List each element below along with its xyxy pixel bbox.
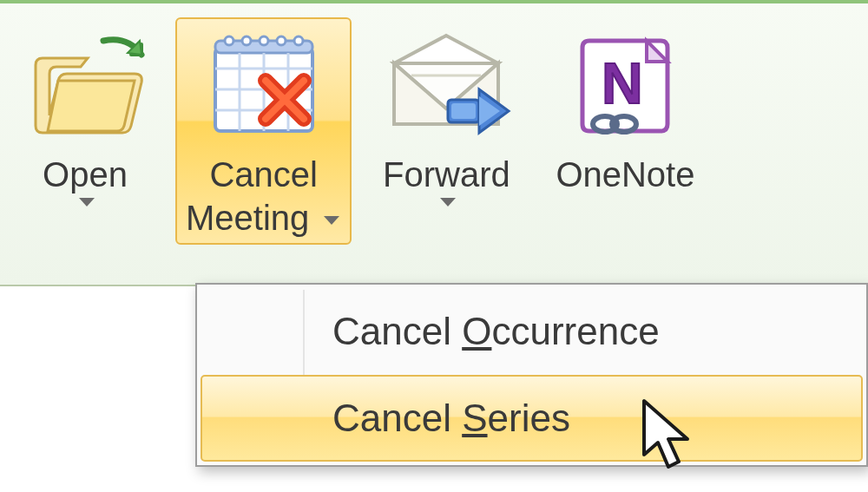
chevron-down-icon: [77, 196, 96, 208]
svg-point-5: [242, 36, 251, 45]
svg-text:N: N: [602, 51, 643, 115]
ribbon-actions-group: Open: [0, 0, 868, 286]
menu-item-label: Cancel Series: [332, 397, 570, 440]
svg-point-7: [277, 36, 286, 45]
cancel-meeting-dropdown: Cancel Occurrence Cancel Series: [195, 283, 868, 467]
chevron-down-icon: [438, 196, 457, 208]
chevron-down-icon: [322, 214, 341, 226]
svg-marker-15: [324, 216, 339, 225]
onenote-button[interactable]: N OneNote: [541, 17, 709, 201]
svg-rect-22: [451, 103, 476, 119]
svg-marker-1: [79, 198, 95, 207]
calendar-cancel-icon: [194, 24, 333, 146]
cancel-meeting-button-label: Cancel Meeting: [186, 153, 341, 239]
forward-button[interactable]: Forward: [362, 17, 530, 213]
open-button[interactable]: Open: [5, 17, 165, 213]
folder-open-icon: [16, 24, 155, 146]
open-button-label: Open: [43, 153, 128, 208]
svg-point-8: [294, 36, 303, 45]
svg-point-6: [260, 36, 268, 45]
forward-button-label: Forward: [383, 153, 510, 208]
envelope-forward-icon: [372, 24, 520, 146]
svg-marker-24: [440, 198, 456, 207]
menu-item-cancel-occurrence[interactable]: Cancel Occurrence: [201, 288, 863, 375]
svg-marker-18: [394, 36, 498, 63]
onenote-icon: N: [551, 24, 699, 146]
menu-item-label: Cancel Occurrence: [332, 310, 660, 353]
menu-item-cancel-series[interactable]: Cancel Series: [201, 375, 863, 462]
cancel-meeting-button[interactable]: Cancel Meeting: [175, 17, 352, 245]
onenote-button-label: OneNote: [556, 153, 694, 196]
svg-point-4: [225, 36, 233, 45]
